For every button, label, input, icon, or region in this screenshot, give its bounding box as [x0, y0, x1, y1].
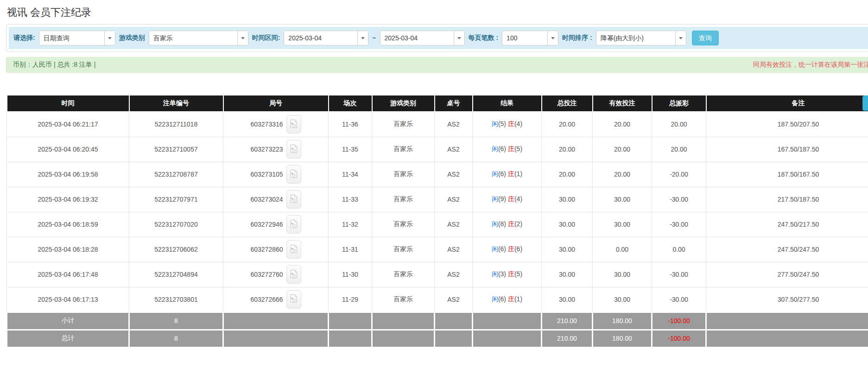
column-header: 总投注: [542, 95, 593, 112]
filter-label-time-order: 时间排序 :: [562, 34, 592, 42]
video-replay-button[interactable]: [286, 215, 301, 234]
summary-valid-bet-cell: 180.00: [593, 330, 652, 347]
time-cell: 2025-03-04 06:18:59: [7, 212, 129, 237]
summary-label-cell: 总计: [7, 330, 129, 347]
table-row: 2025-03-04 06:18:59522312707020603272946…: [7, 212, 868, 237]
payout-cell: -20.00: [652, 162, 706, 187]
video-replay-button[interactable]: [286, 165, 301, 184]
total-bet-cell: 30.00: [542, 187, 593, 212]
payout-cell: -30.00: [652, 287, 706, 312]
time-cell: 2025-03-04 06:18:28: [7, 237, 129, 262]
column-header: 结果: [473, 95, 542, 112]
film-file-icon: [290, 194, 298, 205]
payout-cell: -30.00: [652, 187, 706, 212]
remark-cell: 277.50/247.50: [706, 262, 868, 287]
time-cell: 2025-03-04 06:19:58: [7, 162, 129, 187]
result-banker-label: 庄: [508, 270, 514, 278]
session-cell: 11-31: [329, 237, 372, 262]
result-banker-score: (2): [514, 220, 522, 228]
result-cell: 闲(9) 庄(4): [473, 187, 542, 212]
summary-valid-bet-cell: 180.00: [593, 312, 652, 330]
date-to-input[interactable]: 2025-03-04: [380, 31, 465, 45]
round-no-text: 603272860: [250, 246, 283, 253]
chevron-down-icon[interactable]: [454, 31, 464, 45]
summary-empty-cell: [223, 312, 329, 330]
column-header: 场次: [329, 95, 372, 112]
result-banker-score: (4): [514, 120, 522, 127]
column-header: 备注: [706, 95, 868, 112]
order-no-cell: 522312707020: [129, 212, 223, 237]
session-cell: 11-29: [329, 287, 372, 312]
bets-table: 时间注单编号局号场次游戏类别桌号结果总投注有效投注总派彩备注 2025-03-0…: [6, 95, 868, 348]
result-player-score: (6): [498, 170, 506, 178]
table-row: 2025-03-04 06:19:58522312708787603273105…: [7, 162, 868, 187]
summary-empty-cell: [372, 330, 435, 347]
result-player-label: 闲: [492, 170, 498, 178]
time-order-combobox[interactable]: 降幂(由大到小): [596, 31, 686, 45]
search-button[interactable]: 查询: [692, 31, 719, 45]
valid-bet-cell: 20.00: [593, 112, 652, 137]
column-header: 时间: [7, 95, 129, 112]
film-file-icon: [290, 244, 298, 255]
table-no-cell: AS2: [435, 212, 473, 237]
summary-empty-cell: [329, 330, 372, 347]
remark-cell: 187.50/167.50: [706, 162, 868, 187]
result-player-label: 闲: [492, 120, 498, 127]
round-no-cell: 603272760: [223, 262, 329, 287]
video-replay-button[interactable]: [286, 115, 301, 133]
table-row: 2025-03-04 06:20:45522312710057603273223…: [7, 137, 868, 162]
summary-total-bet-cell: 210.00: [542, 312, 593, 330]
partial-edge-button[interactable]: [862, 95, 868, 111]
result-cell: 闲(3) 庄(5): [473, 262, 542, 287]
page-size-combobox[interactable]: 100: [502, 31, 558, 45]
round-no-text: 603273105: [250, 171, 283, 178]
summary-total-bet-cell: 210.00: [542, 330, 593, 347]
same-round-note-text: 同局有效投注，统一计算在该局第一张注单内: [753, 61, 868, 69]
round-no-cell: 603273316: [223, 112, 329, 137]
result-cell: 闲(8) 庄(2): [473, 212, 542, 237]
result-player-score: (5): [498, 120, 506, 127]
chevron-down-icon[interactable]: [675, 31, 686, 45]
video-replay-button[interactable]: [286, 190, 301, 209]
select-type-value: 日期查询: [39, 31, 104, 45]
summary-empty-cell: [435, 330, 473, 347]
valid-bet-cell: 30.00: [593, 262, 652, 287]
table-no-cell: AS2: [435, 187, 473, 212]
video-replay-button[interactable]: [286, 140, 301, 159]
column-header: 游戏类别: [372, 95, 435, 112]
total-bet-cell: 30.00: [542, 212, 593, 237]
summary-empty-cell: [372, 312, 435, 330]
table-no-cell: AS2: [435, 237, 473, 262]
time-cell: 2025-03-04 06:19:32: [7, 187, 129, 212]
video-replay-button[interactable]: [286, 240, 301, 259]
video-replay-button[interactable]: [286, 290, 301, 309]
summary-row: 小计8210.00180.00-100.00: [7, 312, 868, 330]
video-replay-button[interactable]: [286, 265, 301, 284]
chevron-down-icon[interactable]: [104, 31, 115, 45]
result-banker-label: 庄: [508, 195, 514, 203]
table-no-cell: AS2: [435, 287, 473, 312]
total-bet-cell: 20.00: [542, 162, 593, 187]
summary-payout-cell: -100.00: [652, 330, 706, 347]
chevron-down-icon[interactable]: [357, 31, 368, 45]
summary-count-cell: 8: [129, 312, 223, 330]
date-from-input[interactable]: 2025-03-04: [284, 31, 368, 45]
chevron-down-icon[interactable]: [237, 31, 248, 45]
order-no-cell: 522312707971: [129, 187, 223, 212]
remark-cell: 307.50/277.50: [706, 287, 868, 312]
time-cell: 2025-03-04 06:17:48: [7, 262, 129, 287]
session-cell: 11-34: [329, 162, 372, 187]
game-type-combobox[interactable]: 百家乐: [149, 31, 248, 45]
page: 视讯 会员下注纪录 请选择: 日期查询 游戏类别 百家乐 时间区间: 2025-…: [0, 0, 868, 348]
valid-bet-cell: 30.00: [593, 212, 652, 237]
chevron-down-icon[interactable]: [547, 31, 558, 45]
payout-cell: -30.00: [652, 262, 706, 287]
game-type-value: 百家乐: [149, 31, 237, 45]
round-no-text: 603272760: [250, 271, 283, 278]
payout-cell: 0.00: [652, 237, 706, 262]
table-no-cell: AS2: [435, 162, 473, 187]
select-type-combobox[interactable]: 日期查询: [39, 31, 115, 45]
result-banker-score: (4): [514, 195, 522, 203]
film-file-icon: [290, 169, 298, 180]
table-no-cell: AS2: [435, 112, 473, 137]
